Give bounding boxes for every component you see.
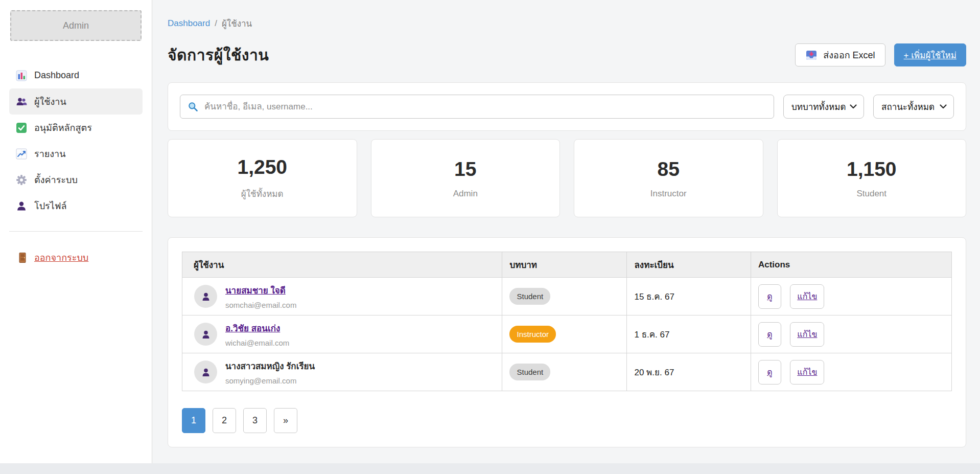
pagination: 1 2 3 » bbox=[182, 408, 952, 433]
download-tray-icon bbox=[805, 49, 818, 61]
user-email: somchai@email.com bbox=[225, 301, 296, 309]
user-cell: อ.วิชัย สอนเก่ง wichai@email.com bbox=[190, 321, 495, 347]
avatar bbox=[194, 360, 217, 383]
user-cell: นางสาวสมหญิง รักเรียน somying@email.com bbox=[190, 359, 495, 385]
page-title: จัดการผู้ใช้งาน bbox=[168, 43, 269, 67]
user-name-link[interactable]: อ.วิชัย สอนเก่ง bbox=[225, 324, 280, 333]
sidebar: Admin Dashboard ผู้ใช้งาน อนุมัติหลักสูต… bbox=[0, 0, 152, 463]
stat-label: Student bbox=[856, 189, 886, 199]
header-user: ผู้ใช้งาน bbox=[182, 252, 502, 278]
user-name-link[interactable]: นายสมชาย ใจดี bbox=[225, 286, 286, 296]
header-actions: Actions bbox=[751, 252, 951, 278]
breadcrumb: Dashboard / ผู้ใช้งาน bbox=[168, 16, 966, 30]
search-input[interactable] bbox=[180, 95, 774, 119]
status-filter-value: สถานะทั้งหมด bbox=[881, 100, 935, 114]
sidebar-divider bbox=[9, 231, 143, 232]
stat-value: 1,250 bbox=[237, 156, 287, 178]
pagination-page-1[interactable]: 1 bbox=[182, 408, 205, 433]
header-actions: ส่งออก Excel + เพิ่มผู้ใช้ใหม่ bbox=[795, 43, 966, 66]
export-excel-label: ส่งออก Excel bbox=[823, 48, 875, 62]
stat-card-student: 1,150 Student bbox=[777, 139, 967, 217]
bar-chart-icon bbox=[16, 70, 27, 81]
users-table: ผู้ใช้งาน บทบาท ลงทะเบียน Actions bbox=[182, 252, 952, 391]
edit-button[interactable]: แก้ไข bbox=[790, 284, 824, 309]
avatar bbox=[194, 323, 217, 346]
sidebar-item-course-approval[interactable]: อนุมัติหลักสูตร bbox=[9, 115, 143, 141]
table-row: นางสาวสมหญิง รักเรียน somying@email.com … bbox=[182, 353, 952, 391]
user-name-text: นางสาวสมหญิง รักเรียน bbox=[225, 362, 315, 371]
stat-value: 85 bbox=[658, 158, 680, 180]
registered-date: 1 ธ.ค. 67 bbox=[634, 330, 669, 340]
main-content: Dashboard / ผู้ใช้งาน จัดการผู้ใช้งาน ส่… bbox=[152, 0, 980, 463]
view-button[interactable]: ดู bbox=[758, 360, 781, 385]
add-user-button[interactable]: + เพิ่มผู้ใช้ใหม่ bbox=[894, 43, 966, 66]
logout-label: ออกจากระบบ bbox=[34, 250, 88, 265]
view-button[interactable]: ดู bbox=[758, 284, 781, 309]
sidebar-item-label: ผู้ใช้งาน bbox=[34, 94, 66, 109]
stat-card-admin: 15 Admin bbox=[371, 139, 561, 217]
sidebar-item-label: รายงาน bbox=[34, 146, 66, 161]
sidebar-item-settings[interactable]: ตั้งค่าระบบ bbox=[9, 167, 143, 193]
app-logo: Admin bbox=[10, 10, 142, 41]
line-chart-icon bbox=[16, 148, 27, 160]
filter-bar: บทบาททั้งหมด สถานะทั้งหมด bbox=[168, 82, 966, 131]
sidebar-item-dashboard[interactable]: Dashboard bbox=[9, 62, 143, 88]
person-icon bbox=[16, 200, 27, 212]
registered-date: 20 พ.ย. 67 bbox=[634, 368, 674, 377]
user-cell: นายสมชาย ใจดี somchai@email.com bbox=[190, 283, 495, 309]
search-field-wrap bbox=[180, 95, 774, 119]
stat-label: Instructor bbox=[650, 189, 687, 199]
door-icon bbox=[17, 252, 29, 263]
check-square-icon bbox=[16, 122, 27, 133]
role-badge: Student bbox=[509, 364, 550, 380]
stat-value: 1,150 bbox=[847, 158, 897, 180]
stat-label: ผู้ใช้ทั้งหมด bbox=[241, 187, 284, 200]
sidebar-item-label: Dashboard bbox=[34, 70, 79, 81]
users-table-card: ผู้ใช้งาน บทบาท ลงทะเบียน Actions bbox=[168, 237, 966, 447]
table-row: นายสมชาย ใจดี somchai@email.com Student … bbox=[182, 278, 952, 315]
pagination-next[interactable]: » bbox=[274, 408, 297, 433]
app-logo-label: Admin bbox=[63, 20, 89, 31]
breadcrumb-current: ผู้ใช้งาน bbox=[222, 16, 252, 30]
user-email: somying@email.com bbox=[225, 376, 315, 385]
search-icon bbox=[188, 101, 198, 112]
stats-row: 1,250 ผู้ใช้ทั้งหมด 15 Admin 85 Instruct… bbox=[168, 139, 966, 217]
pagination-page-2[interactable]: 2 bbox=[213, 408, 236, 433]
table-header-row: ผู้ใช้งาน บทบาท ลงทะเบียน Actions bbox=[182, 252, 952, 278]
role-filter-value: บทบาททั้งหมด bbox=[791, 100, 846, 114]
logout-link[interactable]: ออกจากระบบ bbox=[17, 250, 88, 265]
chevron-down-icon bbox=[940, 104, 947, 109]
gear-icon bbox=[16, 174, 27, 186]
page-header: จัดการผู้ใช้งาน ส่งออก Excel + เพิ่มผู้ใ… bbox=[168, 43, 966, 67]
status-filter-select[interactable]: สถานะทั้งหมด bbox=[873, 95, 954, 119]
view-button[interactable]: ดู bbox=[758, 322, 781, 347]
table-row: อ.วิชัย สอนเก่ง wichai@email.com Instruc… bbox=[182, 315, 952, 353]
user-email: wichai@email.com bbox=[225, 338, 289, 347]
sidebar-item-users[interactable]: ผู้ใช้งาน bbox=[9, 88, 143, 115]
role-badge: Instructor bbox=[509, 326, 556, 343]
sidebar-item-profile[interactable]: โปรไฟล์ bbox=[9, 193, 143, 219]
sidebar-item-label: โปรไฟล์ bbox=[34, 198, 67, 213]
role-badge: Student bbox=[509, 288, 550, 305]
stat-value: 15 bbox=[454, 158, 476, 180]
avatar bbox=[194, 285, 217, 308]
stat-card-total-users: 1,250 ผู้ใช้ทั้งหมด bbox=[168, 139, 357, 217]
stat-label: Admin bbox=[453, 189, 478, 199]
stat-card-instructor: 85 Instructor bbox=[574, 139, 763, 217]
sidebar-item-reports[interactable]: รายงาน bbox=[9, 141, 143, 167]
header-role: บทบาท bbox=[502, 252, 627, 278]
export-excel-button[interactable]: ส่งออก Excel bbox=[795, 43, 885, 66]
sidebar-item-label: ตั้งค่าระบบ bbox=[34, 172, 78, 187]
registered-date: 15 ธ.ค. 67 bbox=[634, 292, 674, 302]
edit-button[interactable]: แก้ไข bbox=[790, 322, 824, 347]
role-filter-select[interactable]: บทบาททั้งหมด bbox=[783, 95, 864, 119]
pagination-page-3[interactable]: 3 bbox=[243, 408, 267, 433]
add-user-label: + เพิ่มผู้ใช้ใหม่ bbox=[904, 48, 956, 62]
breadcrumb-separator: / bbox=[215, 18, 217, 29]
edit-button[interactable]: แก้ไข bbox=[790, 360, 824, 385]
app-window: Admin Dashboard ผู้ใช้งาน อนุมัติหลักสูต… bbox=[0, 0, 980, 463]
breadcrumb-dashboard-link[interactable]: Dashboard bbox=[168, 18, 210, 29]
users-icon bbox=[16, 96, 27, 107]
chevron-down-icon bbox=[850, 104, 857, 109]
header-registered: ลงทะเบียน bbox=[627, 252, 751, 278]
